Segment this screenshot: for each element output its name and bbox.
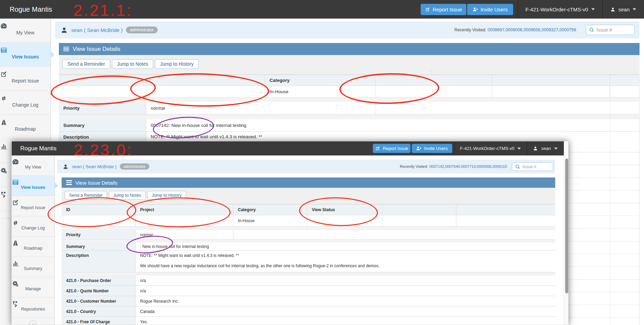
recently-visited-link[interactable]: 0007710,	[461, 164, 477, 169]
project-dropdown[interactable]: F-421-WorkOrder-cTMS-v0	[454, 141, 527, 155]
sidebar-item-report-issue[interactable]: Report Issue	[0, 67, 51, 91]
send-a-reminder-button[interactable]: Send a Reminder	[65, 191, 107, 200]
user-menu-dropdown[interactable]: sean	[602, 0, 644, 19]
sidebar-item-label: View Issues	[12, 185, 54, 190]
recently-visited-link[interactable]: 0007640,	[445, 164, 461, 169]
priority-row: Priority normal	[62, 230, 555, 240]
report-issue-button[interactable]: Report Issue	[421, 4, 466, 15]
summary-value: : New in-house coil for internal testing	[136, 242, 555, 250]
hamburger-icon[interactable]	[66, 179, 72, 186]
recently-visited-link[interactable]: 0009110	[493, 164, 507, 169]
jump-to-notes-button[interactable]: Jump to Notes	[109, 191, 146, 200]
panel-title: View Issue Details	[73, 46, 120, 53]
recently-visited-link[interactable]: 0000756	[559, 28, 576, 32]
custom-field-value: Rogue Research Inc.	[136, 296, 555, 306]
table-column-border	[610, 86, 610, 325]
sidebar-item-roadmap[interactable]: Roadmap	[12, 237, 54, 257]
invite-users-button[interactable]: Invite Users	[412, 144, 452, 153]
chevron-down-icon	[633, 8, 636, 10]
sidebar-item-report-issue[interactable]: Report Issue	[12, 196, 54, 216]
recently-visited-link[interactable]: 0008697,	[488, 28, 506, 32]
sidebar-item-change-log[interactable]: Change Log	[12, 216, 54, 237]
chevron-down-icon	[554, 148, 558, 150]
custom-field-label: 421.0 - Free Of Charge	[62, 317, 136, 325]
column-in-house: In-House	[265, 86, 376, 97]
row-spacer	[62, 272, 555, 275]
user-info-bar: sean ( Sean McBride ) administrator Rece…	[55, 21, 640, 39]
sidebar-item-manage[interactable]: Manage	[12, 277, 54, 297]
issues-list-icon	[12, 176, 54, 185]
window-mantis-2-23-0: Rogue Mantis Report Issue Invite Users F…	[11, 141, 569, 325]
row-spacer	[59, 98, 640, 102]
custom-field-row-421-0-customer-number: 421.0 - Customer NumberRogue Research In…	[62, 296, 555, 306]
app-brand[interactable]: Rogue Mantis	[20, 141, 56, 155]
empty-cell	[610, 75, 640, 86]
collapse-sidebar-button[interactable]: «	[29, 321, 37, 325]
sidebar-item-my-view[interactable]: My View	[12, 155, 54, 176]
empty-cell	[376, 75, 492, 86]
changelog-icon	[12, 216, 54, 226]
custom-field-row-421-0-purchase-order: 421.0 - Purchase Ordern/a	[62, 275, 555, 286]
custom-field-value: n/a	[136, 275, 555, 285]
person-icon	[533, 146, 538, 151]
jump-to-history-button[interactable]: Jump to History	[155, 59, 199, 69]
app-brand[interactable]: Rogue Mantis	[10, 0, 52, 19]
user-menu-dropdown[interactable]: sean	[527, 141, 564, 155]
empty-cell	[492, 75, 610, 86]
recently-visited-link[interactable]: 0009558,	[524, 28, 541, 32]
dashboard-icon	[12, 155, 54, 165]
empty-cell	[610, 86, 640, 97]
view-issue-details-panel: View Issue Details Send a ReminderJump t…	[59, 43, 640, 152]
sidebar-item-view-issues[interactable]: View Issues	[0, 43, 51, 67]
sidebar-item-label: Change Log	[0, 102, 51, 108]
sidebar-item-view-issues[interactable]: View Issues	[12, 176, 54, 196]
issue-table-value-row: In-House	[62, 215, 555, 227]
sidebar-item-label: My View	[0, 30, 51, 35]
chevron-down-icon	[517, 148, 521, 150]
jump-to-notes-button[interactable]: Jump to Notes	[112, 59, 153, 69]
report-issue-label: Report Issue	[383, 146, 408, 151]
send-a-reminder-button[interactable]: Send a Reminder	[62, 59, 110, 69]
person-icon	[610, 7, 615, 12]
sidebar-item-change-log[interactable]: Change Log	[0, 91, 51, 115]
sidebar-item-repositories[interactable]: Repositories	[12, 297, 54, 318]
recently-visited: Recently Visited: 0007142,0007640,000771…	[400, 160, 507, 173]
current-user-link[interactable]: sean ( Sean McBride )	[72, 164, 116, 169]
empty-cell	[62, 215, 136, 226]
sidebar-item-roadmap[interactable]: Roadmap	[0, 115, 51, 139]
recently-visited-links: 0007142,0007640,0007710,0009366,0009110	[429, 164, 507, 169]
description-row: Description NOTE: ** Might want to wait …	[62, 251, 555, 272]
comparison-stage: Rogue Mantis Report Issue Invite Users F…	[0, 0, 644, 325]
issue-search-box[interactable]: Issue #	[586, 25, 635, 35]
sidebar-item-summary[interactable]: Summary	[12, 257, 54, 277]
recently-visited-label: Recently Visited:	[454, 28, 486, 32]
row-spacer	[59, 115, 640, 119]
report-issue-button[interactable]: Report Issue	[373, 144, 411, 153]
recently-visited-link[interactable]: 0007142,	[429, 164, 445, 169]
jump-to-history-button[interactable]: Jump to History	[147, 191, 186, 200]
person-plus-icon	[473, 7, 478, 12]
sidebar-item-label: Roadmap	[12, 246, 54, 251]
recently-visited-links: 0008697,0009006,0009558,0009327,0000756	[488, 28, 576, 32]
issues-list-icon	[0, 43, 51, 54]
column-category: Category	[265, 75, 376, 86]
custom-field-rows: 421.0 - Purchase Ordern/a421.0 - Quote N…	[62, 275, 555, 325]
invite-users-button[interactable]: Invite Users	[467, 4, 513, 15]
search-icon	[515, 164, 520, 170]
custom-field-value: Canada	[136, 306, 555, 316]
sidebar-nav: My ViewView IssuesReport IssueChange Log…	[12, 155, 55, 325]
issue-search-box[interactable]: Issue #	[512, 162, 553, 171]
summary-label: Summary	[62, 242, 136, 250]
description-line: NOTE: ** Might want to wait until v1.4.3…	[151, 134, 640, 139]
current-user-link[interactable]: sean ( Sean McBride )	[71, 27, 123, 33]
recently-visited-link[interactable]: 0009006,	[506, 28, 524, 32]
vertical-scrollbar[interactable]	[564, 141, 569, 325]
hamburger-icon[interactable]	[63, 46, 69, 53]
project-dropdown[interactable]: F-421-WorkOrder-cTMS-v0	[518, 0, 602, 19]
sidebar-item-my-view[interactable]: My View	[0, 19, 51, 43]
scrollbar-thumb[interactable]	[565, 159, 568, 293]
recently-visited-link[interactable]: 0009327,	[541, 28, 559, 32]
row-spacer	[62, 240, 555, 242]
recently-visited-link[interactable]: 0009366,	[477, 164, 493, 169]
empty-cell	[382, 215, 456, 226]
